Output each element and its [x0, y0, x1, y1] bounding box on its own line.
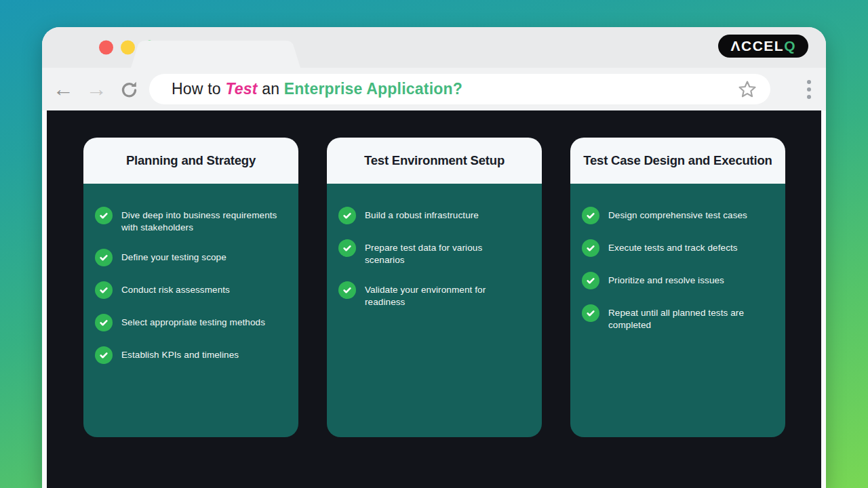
card-title: Test Environment Setup	[364, 153, 505, 168]
card-header: Planning and Strategy	[83, 138, 298, 184]
list-item: Prioritize and resolve issues	[582, 272, 774, 289]
check-icon	[338, 207, 356, 224]
list-item-text: Validate your environment for readiness	[365, 281, 524, 308]
page-content: Planning and Strategy Dive deep into bus…	[47, 110, 821, 488]
list-item: Define your testing scope	[95, 249, 288, 266]
card-title: Planning and Strategy	[126, 153, 256, 168]
browser-toolbar: ← → How to Test an Enterprise Applicatio…	[42, 68, 826, 110]
close-window-icon[interactable]	[99, 41, 113, 55]
address-highlight-test: Test	[225, 80, 257, 98]
list-item: Prepare test data for various scenarios	[338, 239, 531, 266]
check-icon	[338, 239, 356, 257]
list-item-text: Build a robust infrastructure	[365, 207, 479, 222]
list-item-text: Execute tests and track defects	[608, 239, 738, 254]
check-icon	[582, 304, 599, 322]
list-item-text: Select appropriate testing methods	[121, 314, 265, 329]
check-icon	[582, 272, 599, 289]
card-header: Test Environment Setup	[327, 138, 542, 184]
accelq-logo: ΛCCELQ	[718, 35, 808, 58]
list-item-text: Establish KPIs and timelines	[121, 346, 239, 361]
list-item: Dive deep into business requirements wit…	[95, 207, 288, 234]
list-item-text: Repeat until all planned tests are compl…	[608, 304, 767, 331]
back-icon[interactable]: ←	[53, 79, 74, 100]
check-icon	[95, 346, 113, 364]
address-text: How to Test an Enterprise Application?	[172, 80, 462, 98]
list-item-text: Define your testing scope	[121, 249, 226, 264]
list-item: Repeat until all planned tests are compl…	[582, 304, 774, 331]
accelq-logo-text: ΛCCEL	[730, 38, 784, 54]
check-icon	[95, 281, 113, 299]
list-item-text: Dive deep into business requirements wit…	[121, 207, 280, 234]
list-item: Build a robust infrastructure	[338, 207, 531, 224]
card-test-case-design-and-execution: Test Case Design and Execution Design co…	[570, 138, 785, 437]
forward-icon[interactable]: →	[86, 79, 107, 100]
list-item-text: Prioritize and resolve issues	[608, 272, 724, 287]
card-planning-and-strategy: Planning and Strategy Dive deep into bus…	[83, 138, 298, 437]
list-item-text: Conduct risk assessments	[121, 281, 230, 296]
list-item: Design comprehensive test cases	[582, 207, 774, 224]
check-icon	[95, 207, 113, 224]
card-header: Test Case Design and Execution	[570, 138, 785, 184]
page-background: ΛCCELQ ← → How to Test an Enterprise App…	[0, 0, 868, 488]
card-title: Test Case Design and Execution	[583, 153, 772, 168]
browser-tab[interactable]	[131, 41, 300, 68]
list-item: Select appropriate testing methods	[95, 314, 288, 331]
reload-icon[interactable]	[119, 79, 140, 100]
check-icon	[95, 249, 113, 266]
address-bar[interactable]: How to Test an Enterprise Application?	[149, 74, 770, 104]
card-body: Dive deep into business requirements wit…	[83, 184, 298, 437]
bookmark-star-icon[interactable]	[736, 79, 758, 100]
cards-row: Planning and Strategy Dive deep into bus…	[83, 138, 785, 437]
list-item-text: Prepare test data for various scenarios	[365, 239, 524, 266]
check-icon	[582, 207, 599, 224]
list-item-text: Design comprehensive test cases	[608, 207, 747, 222]
accelq-logo-q: Q	[784, 38, 796, 54]
list-item: Conduct risk assessments	[95, 281, 288, 299]
check-icon	[95, 314, 113, 331]
list-item: Validate your environment for readiness	[338, 281, 531, 308]
browser-window: ΛCCELQ ← → How to Test an Enterprise App…	[42, 27, 826, 488]
card-test-environment-setup: Test Environment Setup Build a robust in…	[327, 138, 542, 437]
card-body: Design comprehensive test cases Execute …	[570, 184, 785, 437]
browser-menu-icon[interactable]	[807, 80, 811, 99]
address-highlight-enterprise: Enterprise Application?	[284, 80, 462, 98]
card-body: Build a robust infrastructure Prepare te…	[327, 184, 542, 437]
list-item: Execute tests and track defects	[582, 239, 774, 257]
list-item: Establish KPIs and timelines	[95, 346, 288, 364]
check-icon	[338, 281, 356, 299]
check-icon	[582, 239, 599, 257]
browser-titlebar: ΛCCELQ	[42, 27, 826, 68]
